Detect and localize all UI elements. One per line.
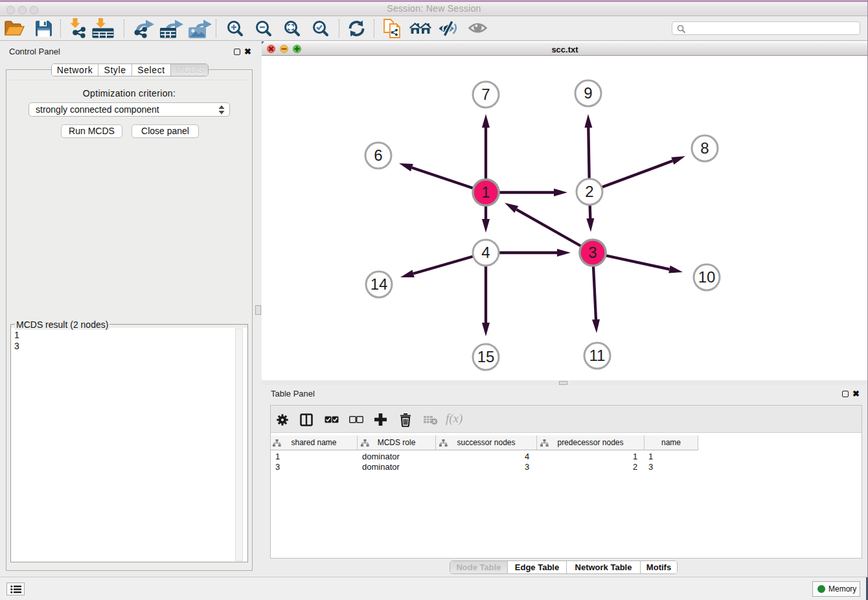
svg-text:4: 4 — [481, 244, 490, 261]
svg-text:14: 14 — [371, 275, 388, 293]
svg-text:11: 11 — [589, 347, 606, 364]
svg-text:7: 7 — [481, 86, 490, 103]
svg-text:9: 9 — [584, 84, 592, 102]
svg-text:15: 15 — [477, 348, 495, 365]
svg-text:6: 6 — [374, 146, 382, 164]
svg-text:10: 10 — [698, 268, 716, 286]
svg-text:8: 8 — [700, 139, 709, 157]
svg-text:3: 3 — [588, 244, 597, 261]
svg-text:2: 2 — [585, 183, 593, 200]
svg-text:1: 1 — [481, 183, 490, 201]
